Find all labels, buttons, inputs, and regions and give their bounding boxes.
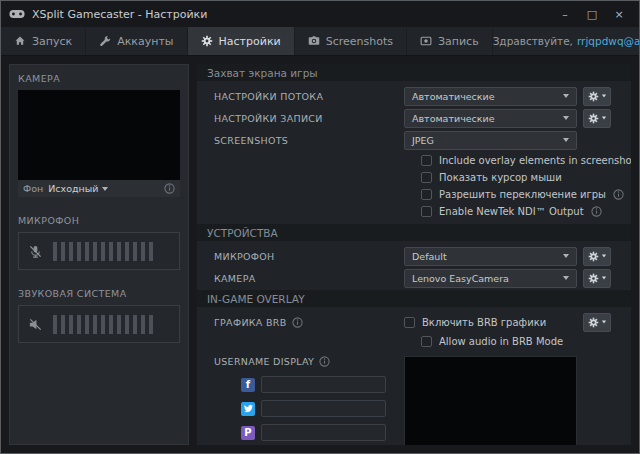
info-icon[interactable] <box>613 189 624 200</box>
record-settings-dropdown[interactable]: Автоматические <box>404 109 577 128</box>
stream-settings-dropdown[interactable]: Автоматические <box>404 87 577 106</box>
enable-brb-checkbox[interactable] <box>404 317 415 328</box>
camera-device-row: КАМЕРА Lenovo EasyCamera <box>197 268 631 288</box>
player-username-input[interactable] <box>261 424 386 441</box>
checkbox-label: Allow audio in BRB Mode <box>439 336 563 347</box>
gear-icon <box>588 91 599 102</box>
gamepad-icon <box>9 9 25 19</box>
facebook-username-input[interactable] <box>261 376 386 393</box>
username-display-block: USERNAME DISPLAY f P <box>197 356 631 445</box>
info-icon[interactable] <box>319 356 330 367</box>
maximize-button[interactable]: □ <box>580 5 604 23</box>
twitter-username-row <box>241 400 404 417</box>
checkbox-row: Разрешить переключение игры <box>197 186 631 202</box>
camera-device-label: КАМЕРА <box>214 273 404 284</box>
camera-background-bar: Фон Исходный <box>18 180 180 197</box>
camera-section-label: КАМЕРА <box>18 73 180 84</box>
tab-settings[interactable]: Настройки <box>188 27 295 55</box>
tab-label: Screenshots <box>326 35 393 48</box>
microphone-device-row: МИКРОФОН Default <box>197 246 631 266</box>
microphone-level-meter <box>18 232 180 270</box>
tab-label: Аккаунты <box>117 35 173 48</box>
camera-preview <box>18 90 180 180</box>
record-settings-label: НАСТРОЙКИ ЗАПИСИ <box>214 113 404 124</box>
microphone-device-label: МИКРОФОН <box>214 251 404 262</box>
chevron-down-icon <box>601 277 605 280</box>
brb-allow-audio-checkbox[interactable] <box>421 336 432 347</box>
player-glyph: P <box>244 427 251 438</box>
sound-section-label: ЗВУКОВАЯ СИСТЕМА <box>18 288 180 299</box>
record-settings-gear-button[interactable] <box>583 109 611 128</box>
camera-device-dropdown[interactable]: Lenovo EasyCamera <box>404 269 577 288</box>
sound-level-meter <box>18 305 180 343</box>
twitter-username-input[interactable] <box>261 400 386 417</box>
dropdown-value: Default <box>412 251 563 262</box>
microphone-section-label: МИКРОФОН <box>18 215 180 226</box>
background-dropdown[interactable]: Исходный <box>48 183 108 194</box>
brb-label-text: ГРАФИКА BRB <box>214 317 287 328</box>
background-value: Исходный <box>48 183 98 194</box>
stream-settings-gear-button[interactable] <box>583 87 611 106</box>
window-title: XSplit Gamecaster - Настройки <box>32 8 207 21</box>
microphone-device-dropdown[interactable]: Default <box>404 247 577 266</box>
level-bars <box>53 315 157 334</box>
info-icon[interactable] <box>164 183 175 194</box>
tab-launch[interactable]: Запуск <box>1 27 86 55</box>
settings-panel: Захват экрана игры НАСТРОЙКИ ПОТОКА Авто… <box>197 64 631 445</box>
show-mouse-cursor-checkbox[interactable] <box>421 172 432 183</box>
twitter-icon <box>241 402 255 416</box>
include-overlay-checkbox[interactable] <box>421 155 432 166</box>
camera-gear-button[interactable] <box>583 269 611 288</box>
checkbox-row: Enable NewTek NDI™ Output <box>197 203 631 219</box>
screenshots-format-dropdown[interactable]: JPEG <box>404 131 577 150</box>
info-icon[interactable] <box>591 206 602 217</box>
section-ingame-overlay: IN-GAME OVERLAY <box>197 290 631 307</box>
tab-bar: Запуск Аккаунты Настройки Screenshots За… <box>1 27 639 56</box>
level-bars <box>53 242 157 261</box>
username-display-text: USERNAME DISPLAY <box>214 356 314 367</box>
tab-accounts[interactable]: Аккаунты <box>86 27 187 55</box>
minimize-button[interactable]: – <box>553 5 577 23</box>
gear-icon <box>201 35 213 47</box>
tab-screenshots[interactable]: Screenshots <box>295 27 407 55</box>
username-preview-box <box>404 356 577 445</box>
allow-game-switching-checkbox[interactable] <box>421 189 432 200</box>
microphone-gear-button[interactable] <box>583 247 611 266</box>
sidebar: КАМЕРА Фон Исходный МИКРОФОН ЗВУКОВАЯ СИ… <box>9 64 189 445</box>
enable-ndi-output-checkbox[interactable] <box>421 206 432 217</box>
brb-gear-button[interactable] <box>583 313 611 332</box>
chevron-down-icon <box>601 321 605 324</box>
checkbox-label: Enable NewTek NDI™ Output <box>439 206 584 217</box>
facebook-icon: f <box>241 378 255 392</box>
stream-settings-row: НАСТРОЙКИ ПОТОКА Автоматические <box>197 86 631 106</box>
checkbox-label: Разрешить переключение игры <box>439 189 606 200</box>
checkbox-label: Включить BRB графики <box>422 317 546 328</box>
brb-enable-control: Включить BRB графики <box>404 317 577 328</box>
chevron-down-icon <box>601 255 605 258</box>
brb-graphics-row: ГРАФИКА BRB Включить BRB графики <box>197 312 631 332</box>
chevron-down-icon <box>601 95 605 98</box>
tab-label: Запись <box>438 35 479 48</box>
close-button[interactable]: × <box>607 5 631 23</box>
microphone-muted-icon <box>28 244 43 259</box>
speaker-muted-icon <box>28 317 43 332</box>
gear-icon <box>588 317 599 328</box>
twitter-bird-icon <box>244 404 253 413</box>
info-icon[interactable] <box>292 317 303 328</box>
account-email-link[interactable]: rrjqpdwq@anonmai... <box>577 35 639 47</box>
player-username-row: P <box>241 424 404 441</box>
dropdown-value: JPEG <box>412 135 563 146</box>
chevron-down-icon <box>563 276 569 280</box>
tab-record[interactable]: Запись <box>407 27 493 55</box>
chevron-down-icon <box>102 187 108 191</box>
section-devices: УСТРОЙСТВА <box>197 224 631 241</box>
record-settings-row: НАСТРОЙКИ ЗАПИСИ Автоматические <box>197 108 631 128</box>
window-controls: – □ × <box>553 5 631 23</box>
dropdown-value: Автоматические <box>412 113 563 124</box>
dropdown-value: Автоматические <box>412 91 563 102</box>
chevron-down-icon <box>563 116 569 120</box>
dropdown-value: Lenovo EasyCamera <box>412 273 563 284</box>
checkbox-row: Allow audio in BRB Mode <box>197 334 631 349</box>
stream-settings-label: НАСТРОЙКИ ПОТОКА <box>214 91 404 102</box>
checkbox-label: Показать курсор мыши <box>439 172 562 183</box>
